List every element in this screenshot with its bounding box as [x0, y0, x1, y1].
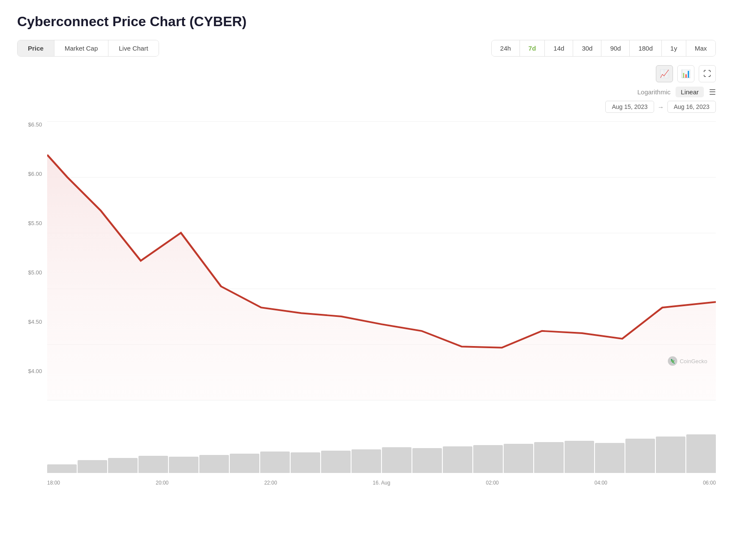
- y-label-400: $4.00: [17, 368, 47, 374]
- volume-bar: [473, 445, 503, 473]
- tab-live-chart[interactable]: Live Chart: [108, 40, 158, 56]
- x-label-0400: 04:00: [595, 480, 607, 486]
- x-label-2200: 22:00: [264, 480, 277, 486]
- bottom-area: 18:00 20:00 22:00 16. Aug 02:00 04:00 06…: [17, 404, 716, 473]
- coingecko-text: CoinGecko: [680, 358, 707, 364]
- tab-market-cap[interactable]: Market Cap: [54, 40, 109, 56]
- expand-button[interactable]: ⛶: [699, 65, 716, 82]
- volume-bar: [351, 449, 381, 473]
- page-title: Cyberconnect Price Chart (CYBER): [17, 14, 716, 30]
- x-label-0200: 02:00: [486, 480, 499, 486]
- time-7d[interactable]: 7d: [520, 40, 545, 56]
- volume-bar: [138, 456, 168, 473]
- volume-bar: [382, 447, 412, 473]
- x-label-0600: 06:00: [703, 480, 716, 486]
- line-chart-icon: 📈: [660, 69, 669, 78]
- volume-bar: [47, 464, 77, 473]
- line-chart-button[interactable]: 📈: [656, 65, 673, 82]
- hamburger-icon[interactable]: ☰: [709, 87, 716, 97]
- volume-bar: [199, 455, 229, 473]
- x-label-aug16: 16. Aug: [373, 480, 391, 486]
- volume-bar: [595, 443, 625, 473]
- view-tab-group: Price Market Cap Live Chart: [17, 40, 159, 57]
- volume-bar: [321, 451, 351, 473]
- y-label-450: $4.50: [17, 319, 47, 325]
- volume-bar: [534, 442, 564, 473]
- date-from: Aug 15, 2023: [605, 101, 654, 113]
- time-30d[interactable]: 30d: [573, 40, 601, 56]
- chart-options-row: 📈 📊 ⛶: [17, 65, 716, 82]
- scale-row: Logarithmic Linear ☰: [17, 87, 716, 97]
- volume-bar: [565, 441, 594, 473]
- volume-bar: [656, 437, 685, 473]
- volume-bar: [443, 446, 472, 473]
- volume-bar: [260, 452, 290, 473]
- date-arrow: →: [658, 103, 664, 111]
- x-label-1800: 18:00: [47, 480, 60, 486]
- y-label-600: $6.00: [17, 171, 47, 177]
- expand-icon: ⛶: [703, 69, 711, 78]
- time-range-group: 24h 7d 14d 30d 90d 180d 1y Max: [491, 40, 716, 57]
- logarithmic-label[interactable]: Logarithmic: [637, 88, 671, 96]
- x-axis-labels: 18:00 20:00 22:00 16. Aug 02:00 04:00 06…: [47, 480, 716, 486]
- volume-bar: [504, 444, 533, 473]
- volume-bars: [47, 422, 716, 473]
- coingecko-logo: 🦎: [668, 356, 677, 366]
- volume-bar: [625, 439, 655, 473]
- date-to: Aug 16, 2023: [667, 101, 716, 113]
- y-label-500: $5.00: [17, 269, 47, 276]
- chart-area-fill: [47, 155, 716, 400]
- y-label-650: $6.50: [17, 121, 47, 128]
- linear-label[interactable]: Linear: [676, 87, 704, 97]
- candlestick-button[interactable]: 📊: [677, 65, 694, 82]
- time-90d[interactable]: 90d: [601, 40, 630, 56]
- volume-bar: [412, 448, 442, 473]
- y-label-550: $5.50: [17, 220, 47, 226]
- controls-row: Price Market Cap Live Chart 24h 7d 14d 3…: [17, 40, 716, 57]
- time-1y[interactable]: 1y: [662, 40, 686, 56]
- volume-bar: [230, 454, 259, 473]
- y-axis: $6.50 $6.00 $5.50 $5.00 $4.50 $4.00: [17, 121, 47, 374]
- candlestick-icon: 📊: [681, 69, 691, 78]
- price-chart-svg: [47, 121, 716, 400]
- x-label-2000: 20:00: [156, 480, 168, 486]
- price-chart-area: 🦎 CoinGecko: [47, 121, 716, 400]
- tab-price[interactable]: Price: [18, 40, 54, 56]
- volume-bar: [686, 434, 716, 473]
- date-range-row: Aug 15, 2023 → Aug 16, 2023: [17, 101, 716, 113]
- volume-bar: [108, 458, 138, 473]
- volume-bar: [291, 452, 320, 473]
- chart-container: $6.50 $6.00 $5.50 $5.00 $4.50 $4.00: [17, 121, 716, 400]
- time-max[interactable]: Max: [686, 40, 715, 56]
- time-180d[interactable]: 180d: [630, 40, 661, 56]
- volume-bar: [169, 457, 198, 473]
- time-14d[interactable]: 14d: [545, 40, 573, 56]
- coingecko-watermark: 🦎 CoinGecko: [668, 356, 707, 366]
- time-24h[interactable]: 24h: [492, 40, 520, 56]
- volume-bar: [78, 460, 107, 473]
